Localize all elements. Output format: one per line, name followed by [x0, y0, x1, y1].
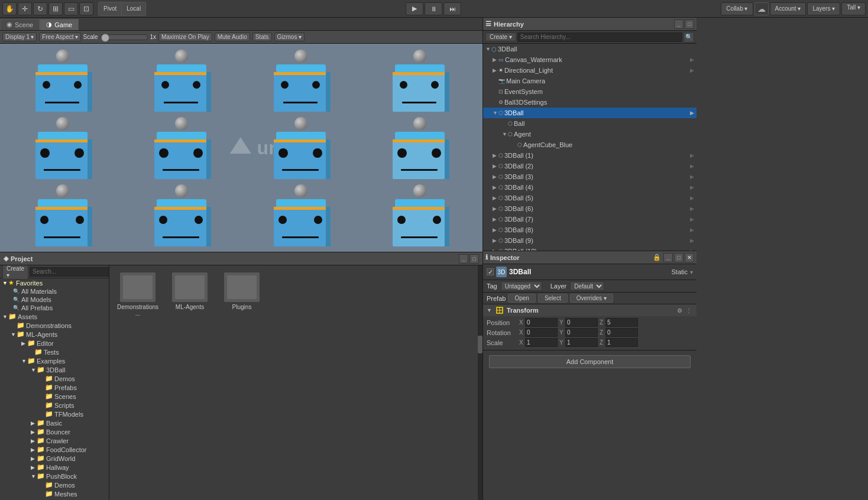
hier-item-ball[interactable]: ⬡ Ball [483, 118, 697, 129]
proj-item-3dball-tfmodels[interactable]: 📁 TFModels [0, 410, 109, 418]
scale-z-input[interactable] [605, 338, 638, 347]
project-maximize-btn[interactable]: □ [469, 254, 479, 264]
proj-item-gridworld[interactable]: ▶ 📁 GridWorld [0, 454, 109, 463]
inspector-active-checkbox[interactable]: ✓ [487, 268, 494, 275]
prefab-open-btn[interactable]: Open [508, 294, 535, 303]
scale-x-input[interactable] [525, 338, 558, 347]
proj-item-all-models[interactable]: 🔍 All Models [0, 296, 109, 304]
hier-item-eventsystem[interactable]: ⊡ EventSystem [483, 86, 697, 97]
proj-content-plugins[interactable]: Plugins [218, 270, 265, 319]
proj-item-favorites[interactable]: ▼ ★ Favorites [0, 278, 109, 287]
hier-item-3dball-2[interactable]: ▶ ⬡ 3DBall (2) ▶ [483, 161, 697, 171]
hier-item-ball3dsettings[interactable]: ⚙ Ball3DSettings [483, 97, 697, 108]
proj-content-demonstrations[interactable]: Demonstrations... [114, 270, 161, 319]
rot-z-input[interactable] [605, 328, 638, 337]
move-tool-btn[interactable]: ✛ [18, 2, 32, 15]
hier-item-directional-light[interactable]: ▶ ☀ Directional_Light ▶ [483, 65, 697, 76]
game-tab[interactable]: ◑ Game [40, 19, 79, 30]
layers-btn[interactable]: Layers ▾ [807, 2, 840, 15]
proj-item-pushblock-meshes[interactable]: 📁 Meshes [0, 489, 109, 498]
prefab-select-btn[interactable]: Select [538, 294, 568, 303]
scale-tool-btn[interactable]: ⊞ [48, 2, 63, 15]
scene-tab[interactable]: ◉ Scene [0, 19, 40, 30]
hier-item-3dball-5[interactable]: ▶ ⬡ 3DBall (5) ▶ [483, 193, 697, 203]
project-search-input[interactable] [30, 267, 109, 277]
hier-item-3dball-7[interactable]: ▶ ⬡ 3DBall (7) ▶ [483, 214, 697, 225]
transform-settings-btn[interactable]: ⚙ [676, 307, 684, 314]
pos-x-input[interactable] [525, 318, 558, 327]
proj-item-foodcollector[interactable]: ▶ 📁 FoodCollector [0, 445, 109, 454]
proj-item-examples[interactable]: ▼ 📁 Examples [0, 356, 109, 365]
hier-item-3dball-10[interactable]: ▶ ⬡ 3DBall (10) ▶ [483, 246, 697, 251]
aspect-dropdown[interactable]: Free Aspect ▾ [39, 33, 80, 41]
hier-item-agent[interactable]: ▼ ⬡ Agent [483, 129, 697, 139]
project-minimize-btn[interactable]: _ [459, 254, 468, 264]
proj-item-crawler[interactable]: ▶ 📁 Crawler [0, 436, 109, 445]
hier-item-3dball-4[interactable]: ▶ ⬡ 3DBall (4) ▶ [483, 182, 697, 193]
tag-dropdown[interactable]: Untagged [501, 281, 542, 291]
transform-header[interactable]: ▼ Transform ⚙ ⋮ [483, 304, 697, 316]
proj-item-3dball-scenes[interactable]: 📁 Scenes [0, 392, 109, 401]
proj-item-tests[interactable]: 📁 Tests [0, 348, 109, 356]
layer-dropdown[interactable]: Default [570, 281, 604, 291]
proj-item-3dball-demos[interactable]: 📁 Demos [0, 374, 109, 383]
proj-item-ml-agents[interactable]: ▼ 📁 ML-Agents [0, 330, 109, 339]
prefab-overrides-btn[interactable]: Overrides ▾ [570, 294, 613, 303]
inspector-close-btn[interactable]: ✕ [685, 253, 694, 262]
inspector-maximize-btn[interactable]: □ [674, 253, 684, 262]
stats-btn[interactable]: Stats [252, 33, 272, 41]
cloud-btn[interactable]: ☁ [754, 2, 769, 15]
pos-y-input[interactable] [565, 318, 598, 327]
step-btn[interactable]: ⏭ [443, 2, 461, 15]
hier-item-3dball-1[interactable]: ▶ ⬡ 3DBall (1) ▶ [483, 150, 697, 161]
rotate-tool-btn[interactable]: ↻ [33, 2, 47, 15]
add-component-btn[interactable]: Add Component [489, 355, 691, 368]
proj-item-assets[interactable]: ▼ 📁 Assets [0, 312, 109, 321]
display-dropdown[interactable]: Display 1 ▾ [2, 33, 37, 41]
proj-item-hallway[interactable]: ▶ 📁 Hallway [0, 463, 109, 472]
play-btn[interactable]: ▶ [406, 2, 423, 15]
project-create-btn[interactable]: Create ▾ [2, 265, 28, 280]
scale-slider[interactable] [101, 34, 148, 40]
inspector-lock-btn[interactable]: 🔒 [653, 254, 661, 261]
rot-y-input[interactable] [565, 328, 598, 337]
hierarchy-maximize-btn[interactable]: □ [685, 20, 694, 29]
local-btn[interactable]: Local [122, 2, 145, 15]
hier-item-3dball[interactable]: ▼ ⬡ 3DBall ▶ [483, 108, 697, 118]
hierarchy-search-input[interactable] [517, 33, 682, 42]
proj-item-3dball-prefabs[interactable]: 📁 Prefabs [0, 383, 109, 392]
hierarchy-minimize-btn[interactable]: _ [674, 20, 684, 29]
rect-tool-btn[interactable]: ▭ [64, 2, 78, 15]
transform-tool-btn[interactable]: ⊡ [79, 2, 93, 15]
proj-item-pushblock-demos[interactable]: 📁 Demos [0, 480, 109, 489]
hier-item-scene-3dball[interactable]: ▼ ⬡ 3DBall [483, 44, 697, 54]
hier-item-3dball-9[interactable]: ▶ ⬡ 3DBall (9) ▶ [483, 235, 697, 246]
transform-more-btn[interactable]: ⋮ [685, 307, 693, 314]
proj-item-pushblock[interactable]: ▼ 📁 PushBlock [0, 472, 109, 480]
proj-item-3dball-scripts[interactable]: 📁 Scripts [0, 401, 109, 410]
gizmos-btn[interactable]: Gizmos ▾ [274, 33, 305, 41]
hier-item-agentcube-blue[interactable]: ⬡ AgentCube_Blue [483, 139, 697, 150]
rot-x-input[interactable] [525, 328, 558, 337]
hand-tool-btn[interactable]: ✋ [2, 2, 17, 15]
pause-btn[interactable]: ⏸ [425, 2, 442, 15]
hier-item-canvas-watermark[interactable]: ▶ ▭ Canvas_Watermark ▶ [483, 54, 697, 65]
scale-y-input[interactable] [565, 338, 598, 347]
proj-item-bouncer[interactable]: ▶ 📁 Bouncer [0, 427, 109, 436]
collab-btn[interactable]: Collab ▾ [721, 2, 753, 15]
hier-item-3dball-3[interactable]: ▶ ⬡ 3DBall (3) ▶ [483, 171, 697, 182]
proj-item-all-materials[interactable]: 🔍 All Materials [0, 287, 109, 296]
proj-item-3dball[interactable]: ▼ 📁 3DBall [0, 365, 109, 374]
mute-btn[interactable]: Mute Audio [215, 33, 250, 41]
maximize-btn[interactable]: Maximize On Play [158, 33, 212, 41]
hier-item-main-camera[interactable]: 📷 Main Camera [483, 76, 697, 86]
proj-item-all-prefabs[interactable]: 🔍 All Prefabs [0, 304, 109, 312]
proj-item-editor[interactable]: ▶ 📁 Editor [0, 339, 109, 348]
layout-btn[interactable]: Tall ▾ [841, 2, 866, 15]
inspector-minimize-btn[interactable]: _ [663, 253, 673, 262]
pivot-btn[interactable]: Pivot [99, 2, 122, 15]
pos-z-input[interactable] [605, 318, 638, 327]
hierarchy-create-btn[interactable]: Create ▾ [485, 33, 516, 41]
hier-item-3dball-8[interactable]: ▶ ⬡ 3DBall (8) ▶ [483, 225, 697, 235]
proj-content-ml-agents[interactable]: ML-Agents [166, 270, 213, 319]
